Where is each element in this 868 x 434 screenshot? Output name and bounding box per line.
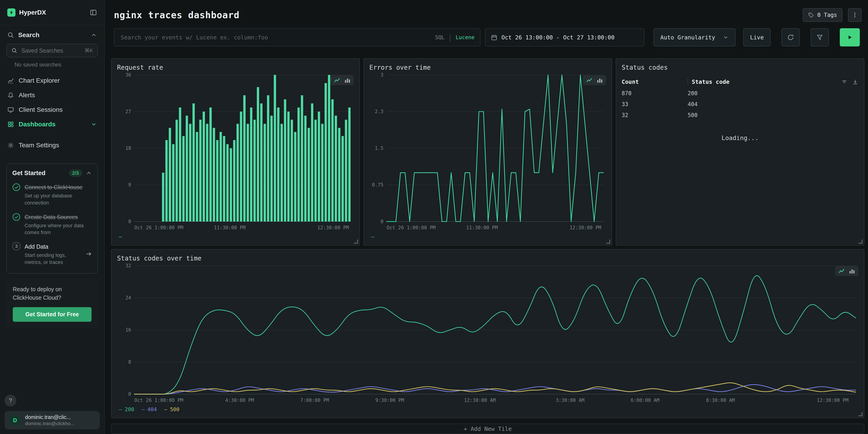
- svg-text:9: 9: [128, 182, 131, 188]
- sidebar-item-chart-explorer[interactable]: Chart Explorer: [0, 73, 104, 88]
- dashboard-grid: Request rate 09182736Oct 26 1:00:00 PM11…: [111, 58, 864, 418]
- bell-icon: [7, 92, 14, 99]
- time-range-picker[interactable]: Oct 26 13:00:00 - Oct 27 13:00:00: [485, 28, 644, 46]
- check-circle-icon: [12, 183, 21, 191]
- chevron-down-icon[interactable]: [91, 121, 97, 127]
- legend-item[interactable]: —404: [142, 406, 157, 412]
- filter-button[interactable]: [811, 28, 829, 46]
- svg-text:0: 0: [380, 219, 383, 224]
- get-started-free-button[interactable]: Get Started for Free: [13, 307, 92, 322]
- saved-searches-field[interactable]: [21, 47, 81, 55]
- svg-text:12:30:00 AM: 12:30:00 AM: [464, 398, 496, 403]
- bar-chart-icon[interactable]: [849, 268, 855, 274]
- tile-errors-over-time: Errors over time 00.751.52.33Oct 26 1:00…: [364, 58, 612, 245]
- get-started-step-add-data[interactable]: 3 Add Data Start sending logs, metrics, …: [12, 242, 92, 266]
- search-icon: [7, 32, 14, 38]
- time-range-value: Oct 26 13:00:00 - Oct 27 13:00:00: [501, 34, 615, 41]
- bar-chart-icon[interactable]: [596, 77, 603, 83]
- dashboard-header: nginx traces dashboard 0 Tags: [105, 0, 868, 22]
- legend-item[interactable]: —: [119, 234, 122, 240]
- check-circle-icon: [12, 213, 21, 221]
- main-content: nginx traces dashboard 0 Tags SQL | Luce…: [105, 0, 868, 434]
- sql-toggle[interactable]: SQL: [435, 34, 445, 40]
- svg-text:9:30:00 PM: 9:30:00 PM: [375, 398, 404, 403]
- avatar: D: [9, 414, 21, 426]
- chart-legend: —200—404—500: [117, 405, 859, 414]
- search-icon: [11, 48, 17, 54]
- granularity-select[interactable]: Auto Granularity: [653, 28, 736, 46]
- request-rate-chart[interactable]: 09182736Oct 26 1:00:00 PM11:30:00 PM12:3…: [117, 71, 354, 232]
- svg-text:0: 0: [128, 219, 131, 224]
- filter-rows-icon[interactable]: [841, 79, 847, 85]
- sidebar-section-search[interactable]: Search: [0, 26, 104, 43]
- svg-text:4:30:00 PM: 4:30:00 PM: [225, 398, 254, 403]
- user-menu[interactable]: D dominic.tran@clic... dominic.tran@clic…: [5, 411, 100, 429]
- svg-text:11:30:00 PM: 11:30:00 PM: [466, 225, 498, 230]
- svg-text:1.5: 1.5: [375, 146, 383, 151]
- event-search-input[interactable]: [120, 34, 431, 41]
- add-new-tile-button[interactable]: + Add New Tile: [111, 424, 864, 434]
- svg-text:0: 0: [128, 392, 131, 397]
- tile-status-codes-over-time: Status codes over time 08162432Oct 26 1:…: [111, 249, 864, 418]
- dashboards-grid-icon: [7, 121, 14, 128]
- chart-explorer-icon: [7, 77, 14, 84]
- sidebar-item-dashboards[interactable]: Dashboards: [0, 117, 104, 132]
- legend-item[interactable]: —: [371, 234, 374, 240]
- line-chart-icon[interactable]: [334, 77, 340, 83]
- legend-item[interactable]: —200: [119, 406, 134, 412]
- column-header-count[interactable]: Count: [622, 79, 688, 85]
- live-button[interactable]: Live: [743, 28, 771, 46]
- collapse-sidebar-icon[interactable]: [90, 9, 97, 16]
- svg-text:11:30:00 PM: 11:30:00 PM: [214, 225, 245, 230]
- event-search-box[interactable]: SQL | Lucene: [114, 28, 480, 46]
- saved-searches-input[interactable]: ⌘K: [6, 44, 98, 57]
- tile-request-rate: Request rate 09182736Oct 26 1:00:00 PM11…: [111, 58, 360, 245]
- chevron-down-icon: [723, 34, 728, 40]
- svg-text:32: 32: [125, 263, 131, 269]
- lucene-toggle[interactable]: Lucene: [456, 34, 474, 40]
- more-options-button[interactable]: [848, 8, 862, 22]
- chart-legend: —: [117, 232, 354, 241]
- legend-item[interactable]: —500: [164, 406, 179, 412]
- gear-icon: [7, 142, 14, 149]
- table-row[interactable]: 33404: [622, 99, 859, 110]
- table-row[interactable]: 870200: [622, 88, 859, 99]
- line-chart-icon[interactable]: [586, 77, 592, 83]
- svg-text:12:30:00 PM: 12:30:00 PM: [817, 398, 848, 403]
- refresh-button[interactable]: [781, 28, 800, 46]
- search-section-label: Search: [18, 31, 87, 39]
- run-query-button[interactable]: [840, 28, 860, 46]
- svg-text:2.3: 2.3: [375, 109, 383, 114]
- get-started-card: Get Started 2/3 Connect to ClickHouse Se…: [6, 163, 98, 274]
- sidebar-item-team-settings[interactable]: Team Settings: [0, 138, 104, 153]
- tile-title: Errors over time: [369, 64, 606, 71]
- step-number-badge: 3: [12, 242, 21, 250]
- line-chart-icon[interactable]: [838, 268, 845, 274]
- svg-text:12:30:00 PM: 12:30:00 PM: [317, 225, 349, 230]
- download-icon[interactable]: [852, 79, 859, 85]
- get-started-step-connect[interactable]: Connect to ClickHouse Set up your databa…: [12, 183, 92, 207]
- get-started-step-sources[interactable]: Create Data Sources Configure where your…: [12, 212, 92, 236]
- svg-text:27: 27: [125, 109, 131, 114]
- errors-over-time-chart[interactable]: 00.751.52.33Oct 26 1:00:00 PM11:30:00 PM…: [369, 71, 606, 232]
- loading-text: Loading...: [622, 134, 859, 142]
- svg-text:12:30:00 PM: 12:30:00 PM: [569, 225, 601, 230]
- column-header-status-code[interactable]: Status code: [692, 79, 730, 85]
- status-codes-over-time-chart[interactable]: 08162432Oct 26 1:00:00 PM4:30:00 PM7:00:…: [117, 262, 859, 405]
- chevron-up-icon[interactable]: [91, 32, 97, 38]
- cloud-promo-card: Ready to deploy on ClickHouse Cloud? Get…: [6, 279, 98, 328]
- sidebar-item-client-sessions[interactable]: Client Sessions: [0, 102, 104, 117]
- column-divider[interactable]: [688, 79, 688, 85]
- tags-button[interactable]: 0 Tags: [803, 8, 842, 22]
- table-row[interactable]: 32500: [622, 110, 859, 121]
- help-button[interactable]: ?: [5, 395, 17, 406]
- keyboard-shortcut: ⌘K: [85, 48, 93, 54]
- tile-title: Status codes over time: [117, 255, 859, 262]
- svg-text:6:00:00 AM: 6:00:00 AM: [631, 398, 659, 403]
- hyperdx-logo-icon[interactable]: [7, 8, 16, 17]
- sidebar-nav: Chart Explorer Alerts Client Sessions Da…: [0, 73, 104, 153]
- bar-chart-icon[interactable]: [344, 77, 351, 83]
- sidebar-item-alerts[interactable]: Alerts: [0, 88, 104, 102]
- chevron-up-icon[interactable]: [86, 170, 92, 176]
- chart-legend: —: [369, 232, 606, 241]
